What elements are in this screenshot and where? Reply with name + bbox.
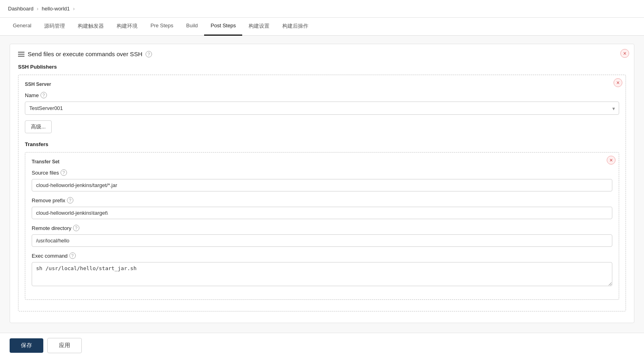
apply-button[interactable]: 应用 (47, 338, 82, 353)
remote-directory-group: Remote directory ? (32, 225, 612, 247)
card-header: Send files or execute commands over SSH … (18, 51, 626, 57)
transfer-set-label: Transfer Set (32, 159, 612, 165)
transfer-set-box: × Transfer Set Source files ? Remove p (25, 152, 619, 300)
tab-settings[interactable]: 构建设置 (242, 18, 276, 36)
ssh-server-section-label: SSH Server (25, 81, 619, 87)
breadcrumb-project[interactable]: hello-world1 (42, 6, 70, 12)
transfers-label: Transfers (25, 141, 619, 147)
remote-directory-label: Remote directory ? (32, 225, 612, 231)
breadcrumb-sep2: › (73, 6, 75, 12)
tab-postbuild[interactable]: 构建后操作 (276, 18, 315, 36)
tab-presteps[interactable]: Pre Steps (144, 18, 180, 36)
remove-prefix-label: Remove prefix ? (32, 197, 612, 203)
tab-general[interactable]: General (6, 18, 38, 36)
server-select-wrapper: TestServer001 (25, 102, 619, 115)
source-files-help-icon[interactable]: ? (61, 169, 67, 176)
tab-trigger[interactable]: 构建触发器 (71, 18, 110, 36)
remove-prefix-input[interactable] (32, 207, 612, 219)
main-card: Send files or execute commands over SSH … (10, 44, 634, 323)
card-close-button[interactable]: × (620, 49, 629, 58)
remove-prefix-group: Remove prefix ? (32, 197, 612, 219)
footer-bar: 保存 应用 (0, 333, 644, 358)
name-help-icon[interactable]: ? (41, 92, 47, 98)
tab-poststeps[interactable]: Post Steps (204, 18, 242, 36)
exec-command-help-icon[interactable]: ? (69, 252, 76, 259)
ssh-publishers-label: SSH Publishers (18, 64, 626, 70)
breadcrumb-sep1: › (37, 6, 38, 12)
transfer-set-close-button[interactable]: × (607, 156, 616, 165)
breadcrumb-dashboard[interactable]: Dashboard (8, 6, 34, 12)
exec-command-group: Exec command ? (32, 252, 612, 287)
ssh-server-close-button[interactable]: × (614, 78, 622, 87)
card-title: Send files or execute commands over SSH (28, 51, 142, 57)
ssh-server-box: × SSH Server Name ? TestServer001 高级... (18, 75, 626, 311)
exec-command-label: Exec command ? (32, 252, 612, 259)
breadcrumb: Dashboard › hello-world1 › (0, 0, 644, 18)
tab-env[interactable]: 构建环境 (110, 18, 144, 36)
tab-source[interactable]: 源码管理 (38, 18, 71, 36)
card-title-help-icon[interactable]: ? (146, 51, 152, 57)
source-files-group: Source files ? (32, 169, 612, 191)
tab-build[interactable]: Build (180, 18, 204, 36)
page-body: Send files or execute commands over SSH … (0, 36, 644, 358)
exec-command-input[interactable] (32, 262, 612, 286)
server-select[interactable]: TestServer001 (25, 102, 619, 115)
advanced-button[interactable]: 高级... (25, 120, 52, 133)
source-files-input[interactable] (32, 179, 612, 191)
remove-prefix-help-icon[interactable]: ? (67, 197, 73, 203)
name-field-group: Name ? TestServer001 (25, 92, 619, 115)
source-files-label: Source files ? (32, 169, 612, 176)
remote-directory-help-icon[interactable]: ? (73, 225, 79, 231)
drag-handle-icon[interactable] (18, 52, 24, 57)
tabs-bar: General 源码管理 构建触发器 构建环境 Pre Steps Build … (0, 18, 644, 36)
save-button[interactable]: 保存 (10, 338, 43, 353)
name-label: Name ? (25, 92, 619, 98)
remote-directory-input[interactable] (32, 234, 612, 247)
